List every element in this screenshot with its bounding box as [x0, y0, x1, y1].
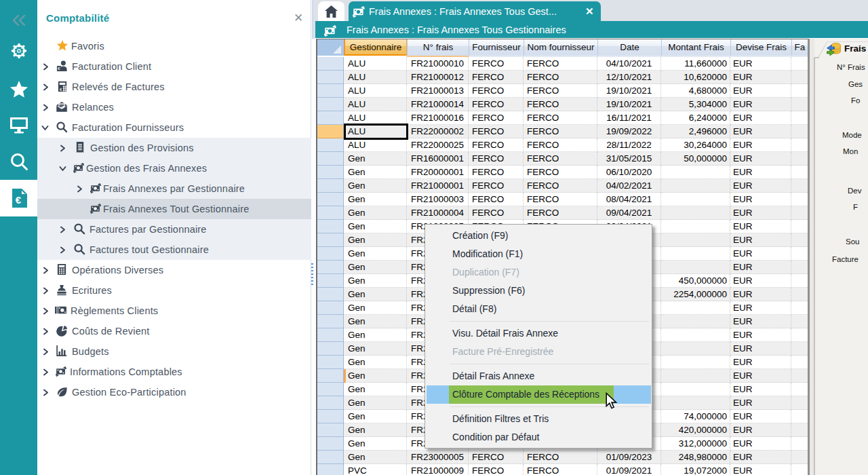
svg-text:€: € — [60, 87, 62, 92]
svg-text:€: € — [15, 194, 21, 206]
svg-text:€: € — [58, 66, 60, 71]
